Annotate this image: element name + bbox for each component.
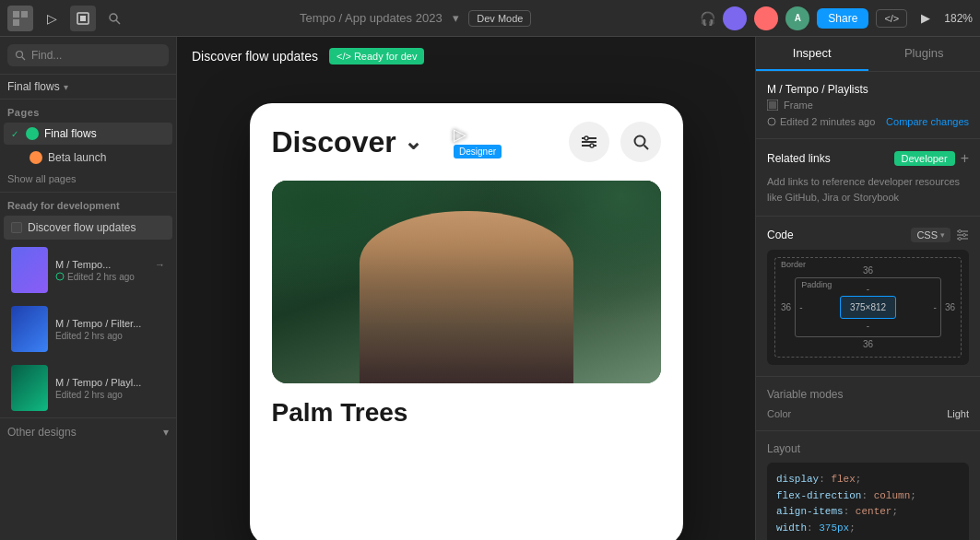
code-label: Code [767, 229, 794, 241]
panel-path-section: M / Tempo / Playlists Frame Edited 2 min… [756, 72, 980, 139]
svg-point-12 [56, 273, 64, 280]
flow-item-3[interactable]: M / Tempo / Playl... Edited 2 hrs ago [4, 359, 172, 417]
flow-item-1[interactable]: M / Tempo... → Edited 2 hrs ago [4, 241, 172, 299]
settings-icon[interactable] [956, 229, 969, 241]
sidebar-breadcrumb[interactable]: Final flows ▾ [0, 75, 176, 100]
filter-icon-btn[interactable] [569, 122, 609, 162]
edited-text: Edited 2 minutes ago [780, 116, 875, 127]
code-line-1: display: flex; [776, 472, 960, 488]
panel-code-section: Code CSS ▾ Border 36 [756, 217, 980, 377]
tab-inspect[interactable]: Inspect [756, 37, 868, 71]
add-links-text: Add links to reference developer resourc… [767, 174, 969, 205]
flow-discover-title: Discover flow updates [28, 221, 136, 234]
frame-tool[interactable] [70, 6, 96, 31]
svg-point-18 [634, 136, 644, 147]
svg-point-6 [110, 14, 117, 21]
flow-item-discover[interactable]: Discover flow updates [4, 216, 172, 240]
code-line-4: width: 375px; [776, 521, 960, 537]
svg-point-8 [17, 52, 23, 58]
dimensions-value: 375×812 [850, 302, 886, 312]
page-item-final-flows[interactable]: ✓ Final flows [4, 123, 172, 145]
border-right-val: 36 [945, 302, 955, 312]
avatar-1 [723, 6, 747, 30]
canvas-header: Discover flow updates </> Ready for dev [177, 37, 755, 76]
layout-label: Layout [767, 442, 969, 455]
svg-rect-11 [12, 223, 21, 232]
svg-rect-0 [13, 11, 19, 18]
page-icon-orange [30, 151, 42, 164]
svg-line-19 [643, 146, 648, 150]
panel-variable-modes: Variable modes Color Light [756, 377, 980, 431]
avatar-2 [754, 6, 778, 30]
tab-plugins[interactable]: Plugins [868, 37, 981, 71]
svg-point-17 [590, 144, 594, 147]
ready-badge: </> Ready for dev [329, 48, 424, 65]
show-all-pages[interactable]: Show all pages [0, 170, 176, 188]
padding-right-val: - [934, 302, 937, 312]
logo-icon[interactable] [7, 6, 33, 31]
dev-mode-badge[interactable]: Dev Mode [468, 10, 531, 27]
svg-line-7 [116, 20, 120, 24]
flow-thumb-2 [11, 306, 48, 352]
flow-item-2[interactable]: M / Tempo / Filter... Edited 2 hrs ago [4, 300, 172, 358]
flow-item-3-content: M / Tempo / Playl... Edited 2 hrs ago [55, 377, 165, 400]
canvas-title: Discover flow updates [192, 49, 318, 64]
variable-modes-label: Variable modes [767, 388, 969, 401]
svg-rect-5 [80, 16, 86, 21]
avatar-3: A [785, 6, 809, 30]
panel-layout: Layout display: flex; flex-direction: co… [756, 431, 980, 540]
chevron-down-icon: ⌄ [404, 129, 422, 155]
phone-text: Palm Trees [272, 398, 661, 428]
developer-btn[interactable]: Developer [894, 151, 955, 166]
phone-frame[interactable]: Discover ⌄ [250, 103, 683, 540]
border-bottom-val: 36 [781, 337, 955, 351]
phone-image [272, 181, 661, 383]
frame-label: Frame [784, 100, 813, 111]
code-line-3: align-items: center; [776, 504, 960, 521]
flow-item-1-content: M / Tempo... → Edited 2 hrs ago [55, 259, 165, 282]
designer-cursor: ▷ Designer [454, 126, 502, 158]
page-name-final-flows: Final flows [44, 127, 97, 140]
code-button[interactable]: </> [876, 9, 907, 28]
topbar: ▷ Tempo / App updates 2023 ▾ Dev Mode 🎧 … [0, 0, 980, 37]
main-layout: Find... Final flows ▾ Pages ✓ Final flow… [0, 37, 980, 540]
border-left-val: 36 [781, 302, 791, 312]
page-item-beta-launch[interactable]: Beta launch [4, 147, 172, 169]
sidebar: Find... Final flows ▾ Pages ✓ Final flow… [0, 37, 177, 540]
flow-thumb-1 [11, 247, 48, 293]
breadcrumb: Tempo / App updates 2023 ▾ [296, 11, 463, 25]
code-line-2: flex-direction: column; [776, 488, 960, 505]
svg-rect-21 [769, 101, 776, 109]
compare-changes-btn[interactable]: Compare changes [886, 116, 969, 127]
css-selector[interactable]: CSS ▾ [911, 228, 950, 242]
headphone-icon[interactable]: 🎧 [700, 11, 715, 26]
svg-rect-2 [13, 19, 19, 26]
pages-label: Pages [0, 100, 176, 122]
dimensions-box: 375×812 [840, 296, 896, 319]
plus-button[interactable]: + [961, 150, 969, 167]
svg-rect-3 [21, 19, 28, 26]
flow-item-2-content: M / Tempo / Filter... Edited 2 hrs ago [55, 318, 165, 341]
search-box[interactable]: Find... [7, 44, 169, 66]
play-button[interactable]: ▶ [915, 7, 937, 29]
canvas: Discover flow updates </> Ready for dev … [177, 37, 755, 540]
padding-label: Padding [801, 280, 832, 289]
search-tool[interactable] [101, 6, 127, 31]
topbar-left: ▷ [7, 6, 127, 31]
svg-point-26 [959, 230, 962, 233]
svg-point-22 [768, 118, 775, 125]
cursor-tool[interactable]: ▷ [39, 6, 65, 31]
color-value: Light [947, 408, 969, 419]
other-designs[interactable]: Other designs ▾ [0, 417, 176, 446]
ready-dev-label: Ready for development [0, 192, 176, 215]
page-name-beta-launch: Beta launch [48, 151, 106, 164]
box-model: Border 36 36 Padding - - [767, 250, 969, 365]
edit-icon [767, 117, 776, 126]
svg-point-16 [584, 136, 588, 140]
related-links-label: Related links [767, 152, 831, 165]
canvas-content[interactable]: ▷ Designer Discover ⌄ [177, 76, 755, 540]
page-icon-green [26, 127, 39, 140]
designer-label: Designer [454, 145, 502, 158]
share-button[interactable]: Share [817, 8, 868, 29]
search-icon-btn[interactable] [620, 122, 661, 162]
